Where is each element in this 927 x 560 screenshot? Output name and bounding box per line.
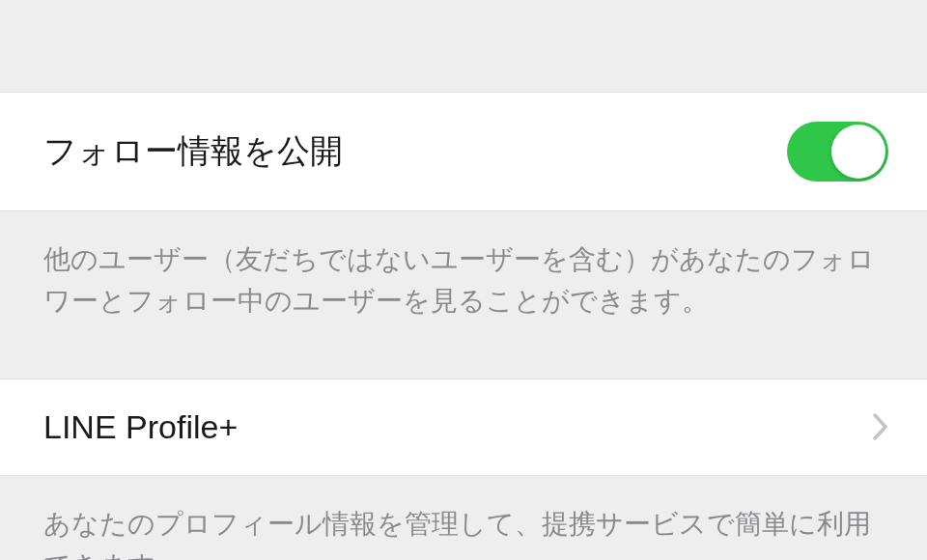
spacer-mid — [0, 350, 927, 378]
toggle-knob — [831, 125, 885, 179]
follow-info-public-description: 他のユーザー（友だちではないユーザーを含む）があなたのフォロワーとフォロー中のユ… — [43, 238, 884, 322]
line-profile-plus-label: LINE Profile+ — [43, 408, 238, 446]
follow-info-public-description-container: 他のユーザー（友だちではないユーザーを含む）があなたのフォロワーとフォロー中のユ… — [0, 211, 927, 350]
follow-info-public-label: フォロー情報を公開 — [43, 129, 343, 174]
follow-info-public-row: フォロー情報を公開 — [0, 92, 927, 211]
line-profile-plus-description-container: あなたのプロフィール情報を管理して、提携サービスで簡単に利用できます。 — [0, 476, 927, 560]
line-profile-plus-description: あなたのプロフィール情報を管理して、提携サービスで簡単に利用できます。 — [43, 503, 884, 560]
chevron-right-icon — [873, 413, 888, 440]
line-profile-plus-row[interactable]: LINE Profile+ — [0, 378, 927, 476]
follow-info-public-toggle[interactable] — [787, 122, 888, 182]
spacer-top — [0, 0, 927, 92]
